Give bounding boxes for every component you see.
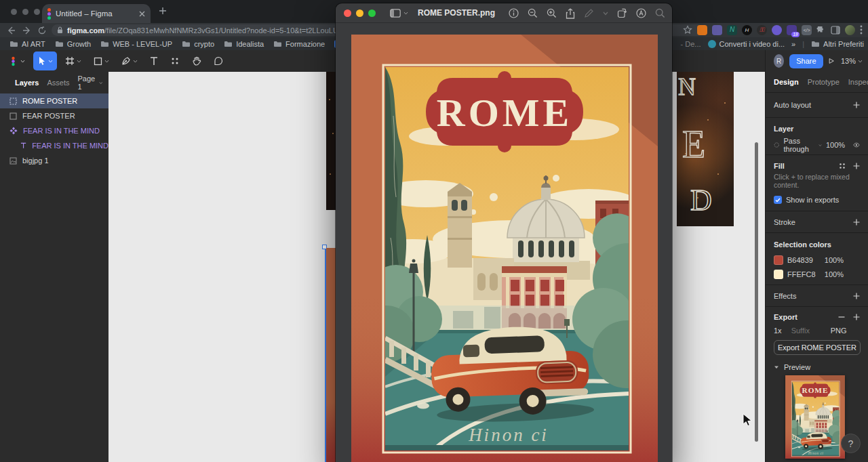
extension-code-icon[interactable]: </> — [802, 25, 812, 35]
info-icon[interactable] — [509, 8, 519, 18]
pen-tool[interactable] — [117, 51, 142, 70]
help-button[interactable]: ? — [841, 434, 861, 453]
blend-mode-value[interactable]: Pass through — [783, 137, 814, 153]
extension-h-icon[interactable]: H — [742, 25, 752, 35]
main-menu-button[interactable] — [4, 51, 29, 70]
window-minimize-dot[interactable] — [22, 9, 28, 15]
minimize-button[interactable] — [356, 9, 363, 17]
export-format[interactable]: PNG — [831, 327, 847, 335]
add-export-icon[interactable] — [853, 314, 860, 320]
reload-icon[interactable] — [38, 26, 46, 35]
extensions-puzzle-icon[interactable] — [816, 25, 826, 35]
share-icon[interactable] — [566, 8, 575, 19]
markup-circle-icon[interactable] — [636, 8, 646, 18]
extension-purple-icon[interactable] — [712, 25, 722, 35]
move-tool[interactable] — [33, 51, 57, 70]
show-in-exports-checkbox[interactable] — [774, 196, 782, 204]
sidebar-toggle-button[interactable] — [390, 9, 408, 18]
add-fill-icon[interactable] — [853, 163, 860, 169]
frame-tool[interactable] — [61, 51, 85, 70]
bookmark-item[interactable]: Idealista — [224, 40, 264, 48]
export-scale[interactable]: 1x — [774, 327, 782, 335]
color-hex[interactable]: B64839 — [787, 256, 813, 264]
layer-row-component[interactable]: FEAR IS IN THE MIND — [0, 123, 108, 138]
preview-collapse-icon[interactable] — [774, 365, 779, 369]
present-icon[interactable] — [829, 57, 834, 65]
canvas-fear-poster-edge[interactable] — [326, 72, 336, 210]
window-controls[interactable] — [11, 9, 40, 15]
extension-violet-icon[interactable] — [772, 25, 782, 35]
bookmark-item[interactable]: Converti i video di... — [708, 40, 785, 48]
layer-row-rome-poster[interactable]: ROME POSTER — [0, 93, 108, 108]
zoom-in-icon[interactable] — [547, 8, 557, 18]
fill-styles-icon[interactable] — [838, 162, 846, 170]
extension-fox-icon[interactable] — [697, 25, 707, 35]
color-swatch-cream[interactable] — [774, 270, 783, 279]
layer-row-fear-poster[interactable]: FEAR POSTER — [0, 108, 108, 123]
canvas-fear-poster[interactable]: N E D — [677, 72, 734, 226]
shape-tool[interactable] — [90, 51, 113, 70]
add-effect-icon[interactable] — [853, 293, 860, 299]
zoom-out-icon[interactable] — [528, 8, 538, 18]
layer-row-image[interactable]: bigjpg 1 — [0, 153, 108, 168]
export-options-icon[interactable] — [859, 329, 860, 332]
bookmark-folder-other[interactable]: Altri Preferiti — [811, 40, 864, 48]
bookmarks-overflow-chevron[interactable]: » — [791, 40, 795, 48]
layer-row-text[interactable]: FEAR IS IN THE MIND — [0, 138, 108, 153]
split-view-icon[interactable] — [831, 26, 840, 35]
blend-mode-icon[interactable] — [774, 141, 779, 149]
color-swatch-red[interactable] — [774, 255, 783, 265]
canvas-scrollbar[interactable] — [755, 142, 758, 442]
tab-design[interactable]: Design — [774, 78, 799, 86]
back-icon[interactable] — [7, 26, 16, 35]
bookmark-star-icon[interactable] — [683, 25, 692, 35]
window-close-dot[interactable] — [11, 9, 17, 15]
tab-prototype[interactable]: Prototype — [808, 78, 840, 86]
color-opacity[interactable]: 100% — [825, 256, 844, 264]
export-suffix-input[interactable] — [791, 327, 821, 335]
zoom-level[interactable]: 13% — [841, 57, 863, 65]
maximize-button[interactable] — [368, 9, 376, 17]
tab-close-icon[interactable] — [139, 11, 145, 17]
bookmark-item[interactable]: AI ART — [9, 40, 45, 48]
hand-tool[interactable] — [188, 51, 205, 70]
resources-tool[interactable] — [166, 51, 184, 70]
bookmark-item[interactable]: Growth — [55, 40, 91, 48]
profile-avatar[interactable] — [845, 25, 855, 35]
tab-assets[interactable]: Assets — [47, 79, 69, 87]
add-stroke-icon[interactable] — [853, 219, 860, 226]
remove-export-icon[interactable] — [838, 314, 845, 320]
canvas-rome-poster-edge[interactable] — [326, 248, 336, 462]
export-rome-poster-button[interactable]: Export ROME POSTER — [774, 340, 861, 355]
add-auto-layout-icon[interactable] — [853, 102, 860, 108]
color-opacity[interactable]: 100% — [825, 270, 844, 278]
extension-n-icon[interactable]: N — [727, 25, 737, 35]
chevron-down-icon[interactable] — [603, 12, 608, 16]
page-selector[interactable]: Page 1 — [78, 75, 103, 91]
tab-layers[interactable]: Layers — [15, 79, 39, 87]
bookmark-item[interactable]: WEB - LEVEL-UP — [100, 40, 172, 48]
forward-icon[interactable] — [22, 26, 31, 35]
bookmark-item[interactable]: Formazione — [273, 40, 325, 48]
extension-key-icon[interactable]: ⚿ — [757, 25, 767, 35]
comment-tool[interactable] — [210, 51, 227, 70]
tab-inspect[interactable]: Inspect — [848, 78, 868, 86]
layer-opacity[interactable]: 100% — [826, 141, 845, 149]
close-button[interactable] — [344, 9, 351, 17]
preview-window-titlebar[interactable]: ROME POSTER.png — [336, 3, 672, 23]
bookmark-item[interactable]: crypto — [182, 40, 214, 48]
rotate-icon[interactable] — [617, 8, 627, 18]
text-tool[interactable] — [146, 51, 162, 70]
browser-menu-icon[interactable] — [860, 25, 863, 35]
bookmark-item[interactable]: - De... — [681, 40, 701, 48]
browser-tab[interactable]: Untitled – Figma — [42, 4, 151, 23]
markup-pen-icon[interactable] — [584, 8, 594, 18]
search-icon[interactable] — [655, 8, 665, 18]
color-hex[interactable]: FFEFC8 — [787, 270, 816, 278]
extension-badged-icon[interactable]: 18 — [787, 25, 797, 35]
eye-icon[interactable] — [853, 142, 860, 148]
new-tab-button[interactable] — [159, 7, 167, 15]
window-zoom-dot[interactable] — [34, 9, 40, 15]
share-button[interactable]: Share — [789, 54, 823, 68]
user-avatar[interactable]: R — [774, 54, 784, 68]
